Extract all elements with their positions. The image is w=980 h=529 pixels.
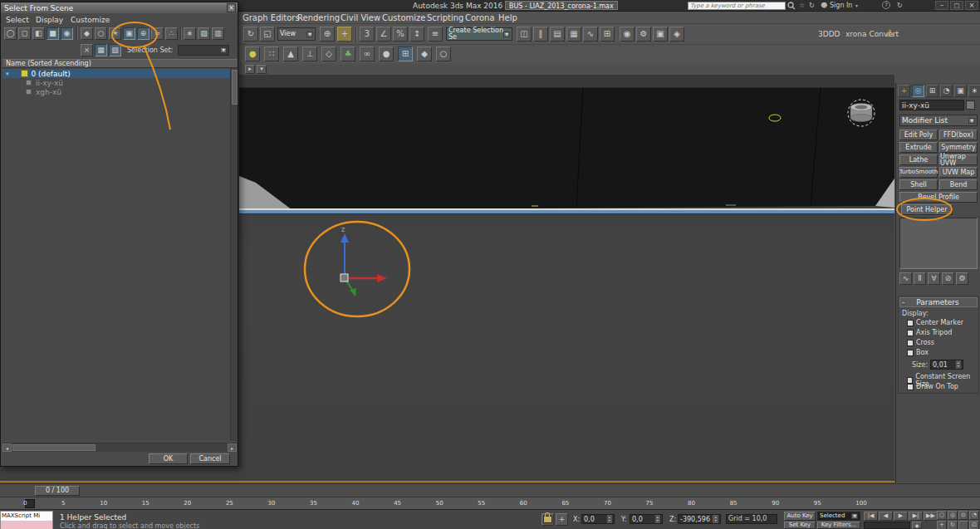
ruler-tick[interactable]: 70	[604, 500, 611, 507]
transform-gizmo[interactable]: z	[341, 226, 387, 296]
column-chooser-icon[interactable]: ▥	[212, 27, 224, 40]
menu-scripting[interactable]: Scripting	[427, 13, 463, 22]
display-bones-icon[interactable]: ∴	[165, 27, 178, 40]
close-button[interactable]: ×	[965, 1, 978, 10]
ruler-tick[interactable]: 65	[561, 500, 569, 507]
star-icon[interactable]: ☆	[799, 2, 805, 9]
pan-icon[interactable]: +	[937, 521, 947, 529]
gray-sphere-icon[interactable]: ●	[379, 47, 394, 61]
center-marker-checkbox[interactable]	[907, 320, 914, 326]
use-center-icon[interactable]: ⊕	[320, 27, 335, 42]
scroll-left-icon[interactable]: ◂	[2, 443, 12, 452]
object-name-input[interactable]	[902, 101, 962, 110]
zoom-extents-icon[interactable]: ⊙	[958, 511, 968, 520]
display-none-icon[interactable]: ◻	[18, 27, 31, 40]
z-spinner[interactable]: ▴▾	[712, 515, 718, 523]
reference-coordinate-combo[interactable]: View ▼	[277, 27, 316, 41]
remove-modifier-icon[interactable]: ⊘	[942, 272, 954, 285]
menu-customize[interactable]: Customize	[382, 13, 426, 22]
search-input[interactable]	[690, 2, 783, 9]
display-children-icon[interactable]: ■	[47, 27, 59, 40]
orbit-icon[interactable]: ↻	[948, 521, 958, 529]
dialog-menu-select[interactable]: Select	[6, 16, 29, 24]
select-and-manipulate-icon[interactable]: +	[337, 27, 352, 42]
cylinder-object[interactable]	[850, 104, 872, 122]
box-checkbox[interactable]	[907, 350, 914, 356]
circle-icon[interactable]: ○	[436, 47, 451, 61]
modifier-button-shell[interactable]: Shell	[899, 179, 938, 190]
mini-play-icon[interactable]: ▸	[245, 65, 255, 74]
maximize-viewport-icon[interactable]: ⊡	[969, 521, 979, 529]
menu-graph-editors[interactable]: Graph Editors	[243, 13, 300, 22]
render-setup-icon[interactable]: ⚙	[636, 27, 651, 42]
percent-snap-icon[interactable]: %	[393, 27, 408, 42]
tree-row-child[interactable]: xgh-xü	[2, 87, 230, 96]
modifier-button-extrude[interactable]: Extrude	[899, 142, 938, 153]
y-coordinate-field[interactable]: ▴▾	[630, 514, 663, 524]
mini-expand-icon[interactable]: ▾	[257, 65, 267, 74]
axis-tripod-icon[interactable]: ⊥	[302, 47, 317, 61]
ruler-tick[interactable]: 40	[352, 500, 360, 507]
ruler-tick[interactable]: 80	[688, 500, 695, 507]
viewport[interactable]: z	[239, 75, 894, 482]
z-coordinate-input[interactable]	[680, 516, 712, 523]
tree-row-child[interactable]: ii-xy-xü	[2, 78, 230, 87]
modifier-button-uvw-map[interactable]: UVW Map	[939, 167, 978, 178]
chevron-down-icon[interactable]: ▼	[503, 32, 510, 37]
checkbox-row[interactable]: Center Marker	[907, 319, 963, 326]
display-lights-icon[interactable]: ☀	[109, 27, 121, 40]
render-production-icon[interactable]: ◈	[669, 27, 684, 42]
display-spacewarps-icon[interactable]: ≈	[151, 27, 164, 40]
named-selection-sets-icon[interactable]: ≡	[428, 27, 443, 42]
dot-grid-icon[interactable]: ∷	[264, 47, 279, 61]
checkbox-row[interactable]: Axis Tripod	[907, 329, 952, 336]
modifier-button-symmetry[interactable]: Symmetry	[939, 142, 978, 153]
warning-icon[interactable]: ⚠	[885, 27, 894, 39]
dialog-titlebar[interactable]: Select From Scene	[1, 2, 238, 13]
x-spinner[interactable]: ▴▾	[606, 515, 612, 523]
go-to-end-button[interactable]: ▶▶	[924, 512, 938, 521]
key-filters-button[interactable]: Key Filters...	[817, 522, 860, 529]
modifier-list-combo[interactable]: Modifier List ▼	[899, 115, 978, 126]
modifier-button-turbosmooth[interactable]: TurboSmooth	[899, 167, 938, 178]
sync-icon[interactable]: ↻	[809, 2, 815, 9]
curve-editor-icon[interactable]: ∿	[583, 27, 598, 42]
next-frame-button[interactable]: ▶|	[909, 512, 923, 521]
cross-checkbox[interactable]	[907, 340, 914, 346]
size-field[interactable]: ▴▾	[930, 360, 963, 370]
ruler-tick[interactable]: 85	[730, 500, 737, 507]
dialog-close-button[interactable]: ×	[227, 3, 236, 12]
ruler-tick[interactable]: 60	[520, 500, 527, 507]
collapse-icon[interactable]: -	[902, 298, 904, 306]
link-rings-icon[interactable]: ∞	[360, 47, 375, 61]
tree-row-default[interactable]: ▾ 0 (default)	[2, 69, 230, 78]
object-name-field[interactable]	[899, 100, 964, 110]
spinner-down-icon[interactable]: ▾	[609, 519, 610, 522]
ribbon-toggle-icon[interactable]: ▦	[566, 27, 581, 42]
menu-corona[interactable]: Corona	[465, 13, 495, 22]
absolute-offset-toggle-icon[interactable]: +	[556, 513, 568, 526]
zoom-all-icon[interactable]: ◎	[948, 511, 958, 520]
tab-utilities[interactable]: ∗	[968, 85, 980, 97]
modifier-button-bevel-profile[interactable]: Bevel Profile	[899, 192, 978, 203]
checkbox-row[interactable]: Cross	[907, 339, 934, 346]
maxscript-label[interactable]: MAXScript Mi	[1, 512, 52, 521]
ruler-tick[interactable]: 15	[142, 500, 149, 507]
tab-motion[interactable]: ◔	[940, 85, 953, 97]
draw-on-top-checkbox[interactable]	[907, 384, 914, 390]
ruler-tick[interactable]: 30	[267, 500, 275, 507]
dialog-menu-display[interactable]: Display	[36, 16, 63, 24]
show-end-result-icon[interactable]: Ⅱ	[914, 272, 926, 285]
modifier-button-edit-poly[interactable]: Edit Poly	[899, 130, 938, 140]
vertical-scrollbar[interactable]	[230, 68, 238, 441]
scrollbar-thumb[interactable]	[12, 444, 96, 451]
ruler-tick[interactable]: 75	[646, 500, 654, 507]
sign-in-label[interactable]: Sign In	[830, 2, 852, 9]
chevron-down-icon[interactable]: ▼	[851, 513, 858, 519]
display-geometry-icon[interactable]: ◆	[81, 27, 93, 40]
size-input[interactable]	[933, 361, 955, 369]
checkbox-row[interactable]: Draw On Top	[907, 383, 958, 390]
time-slider[interactable]: 0 / 100	[35, 486, 80, 496]
named-selection-set-combo[interactable]: Create Selection Se ▼	[446, 27, 512, 41]
selection-set-combo[interactable]: ▼	[178, 45, 229, 56]
